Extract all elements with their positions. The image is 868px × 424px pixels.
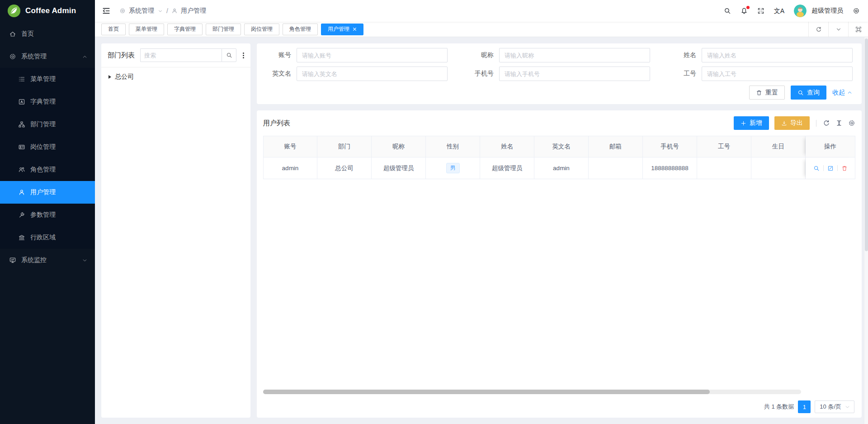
search-button-label: 查询 (807, 89, 820, 97)
content-maximize-button[interactable] (848, 22, 868, 37)
column-header-actions: 操作 (806, 136, 855, 157)
sidebar-item-system-mgmt[interactable]: 系统管理 (0, 45, 95, 68)
sidebar-item-label: 系统监控 (21, 256, 47, 264)
notifications-button[interactable] (741, 7, 748, 14)
bank-icon (18, 234, 25, 241)
scrollbar-thumb[interactable] (865, 38, 868, 251)
close-icon[interactable] (353, 27, 357, 31)
tab-dict-mgmt[interactable]: 字典管理 (167, 24, 203, 35)
tree-node-label: 总公司 (115, 73, 134, 81)
pagination: 共 1 条数据 1 10 条/页 (764, 400, 854, 413)
scrollbar-thumb[interactable] (263, 390, 710, 394)
delete-row-button[interactable] (841, 165, 848, 172)
org-tree-icon (18, 121, 25, 128)
chevron-down-icon (835, 26, 842, 33)
sidebar-item-label: 字典管理 (30, 98, 56, 106)
sidebar-item-admin-region[interactable]: 行政区域 (0, 226, 95, 249)
breadcrumb-item-system[interactable]: 系统管理 (129, 7, 154, 15)
sidebar-item-system-monitor[interactable]: 系统监控 (0, 249, 95, 272)
column-settings-button[interactable] (848, 119, 855, 127)
page-vertical-scrollbar[interactable] (864, 37, 868, 424)
tab-user-mgmt[interactable]: 用户管理 (321, 24, 363, 35)
sidebar: Coffee Admin 首页 系统管理 菜单管理 字典管理 部门管理 (0, 0, 95, 424)
column-header-phone: 手机号 (643, 136, 697, 157)
plus-icon (741, 120, 746, 126)
tab-menu-mgmt[interactable]: 菜单管理 (129, 24, 164, 35)
settings-button[interactable] (853, 7, 860, 14)
dept-tree: 总公司 (101, 67, 250, 86)
tab-post-mgmt[interactable]: 岗位管理 (244, 24, 279, 35)
refresh-icon (823, 119, 830, 127)
tree-expand-icon[interactable] (108, 75, 111, 79)
sidebar-item-dept-mgmt[interactable]: 部门管理 (0, 113, 95, 136)
table-actions: 新增 导出 (734, 116, 855, 130)
job-no-input[interactable] (702, 67, 853, 81)
dept-more-menu-button[interactable] (242, 52, 245, 59)
chevron-down-icon (82, 257, 88, 263)
gender-tag: 男 (446, 163, 460, 173)
tabs-more-button[interactable] (828, 22, 848, 37)
tab-dept-mgmt[interactable]: 部门管理 (206, 24, 241, 35)
trash-icon (756, 90, 762, 96)
tab-label: 首页 (108, 25, 119, 33)
sidebar-item-home[interactable]: 首页 (0, 23, 95, 45)
avatar[interactable] (794, 5, 807, 17)
search-icon (226, 52, 232, 58)
view-row-button[interactable] (813, 165, 820, 172)
row-height-button[interactable] (835, 119, 843, 127)
account-input[interactable] (297, 48, 448, 62)
sidebar-item-label: 岗位管理 (30, 143, 56, 151)
fullscreen-button[interactable] (757, 7, 764, 14)
form-item-en-name: 英文名 (263, 67, 448, 81)
add-user-button[interactable]: 新增 (734, 116, 769, 130)
global-search-button[interactable] (724, 7, 731, 14)
export-button[interactable]: 导出 (774, 116, 810, 130)
column-header-gender: 性别 (426, 136, 480, 157)
field-label: 英文名 (263, 70, 291, 78)
name-input[interactable] (702, 48, 853, 62)
page-size-select[interactable]: 10 条/页 (815, 400, 854, 413)
tab-home[interactable]: 首页 (101, 24, 126, 35)
field-label: 工号 (668, 70, 696, 78)
cell-account: admin (263, 157, 317, 179)
reset-button[interactable]: 重置 (749, 86, 785, 100)
sidebar-item-role-mgmt[interactable]: 角色管理 (0, 158, 95, 181)
phone-input[interactable] (499, 67, 650, 81)
page-number-button[interactable]: 1 (798, 400, 811, 413)
search-button[interactable]: 查询 (791, 86, 826, 100)
tabs-refresh-button[interactable] (808, 22, 828, 37)
tree-node-company[interactable]: 总公司 (108, 73, 243, 81)
language-switch-button[interactable]: 文A (774, 8, 784, 14)
cell-gender: 男 (426, 157, 480, 179)
sidebar-item-param-mgmt[interactable]: 参数管理 (0, 204, 95, 226)
action-divider (823, 165, 824, 171)
sidebar-collapse-button[interactable] (102, 7, 110, 15)
sidebar-item-user-mgmt[interactable]: 用户管理 (0, 181, 95, 204)
tab-label: 菜单管理 (136, 25, 157, 33)
breadcrumb-item-user[interactable]: 用户管理 (181, 7, 206, 15)
sidebar-item-label: 系统管理 (21, 52, 47, 61)
dept-panel: 部门列表 总公司 (101, 43, 250, 418)
user-search-form: 账号 昵称 姓名 英文名 (257, 43, 862, 104)
right-column: 账号 昵称 姓名 英文名 (257, 43, 862, 418)
en-name-input[interactable] (297, 67, 448, 81)
collapse-form-link[interactable]: 收起 (832, 89, 853, 97)
table-row[interactable]: admin 总公司 超级管理员 男 超级管理员 admin 1888888888… (263, 157, 855, 179)
sidebar-item-menu-mgmt[interactable]: 菜单管理 (0, 68, 95, 91)
dept-search-input[interactable] (140, 48, 222, 62)
sidebar-menu: 首页 系统管理 菜单管理 字典管理 部门管理 岗位管理 (0, 22, 95, 272)
column-header-job-no: 工号 (697, 136, 751, 157)
sidebar-item-post-mgmt[interactable]: 岗位管理 (0, 136, 95, 158)
dictionary-icon (18, 98, 25, 105)
sidebar-item-dict-mgmt[interactable]: 字典管理 (0, 91, 95, 113)
column-header-dept: 部门 (317, 136, 372, 157)
table-header-row: 账号 部门 昵称 性别 姓名 英文名 邮箱 手机号 工号 生日 操作 (263, 136, 855, 157)
dept-search-button[interactable] (222, 48, 236, 62)
field-label: 账号 (263, 51, 291, 59)
current-user-name[interactable]: 超级管理员 (811, 7, 843, 15)
edit-row-button[interactable] (827, 165, 834, 172)
nickname-input[interactable] (499, 48, 650, 62)
tab-role-mgmt[interactable]: 角色管理 (283, 24, 318, 35)
horizontal-scrollbar[interactable] (263, 390, 801, 394)
table-refresh-button[interactable] (823, 119, 830, 127)
